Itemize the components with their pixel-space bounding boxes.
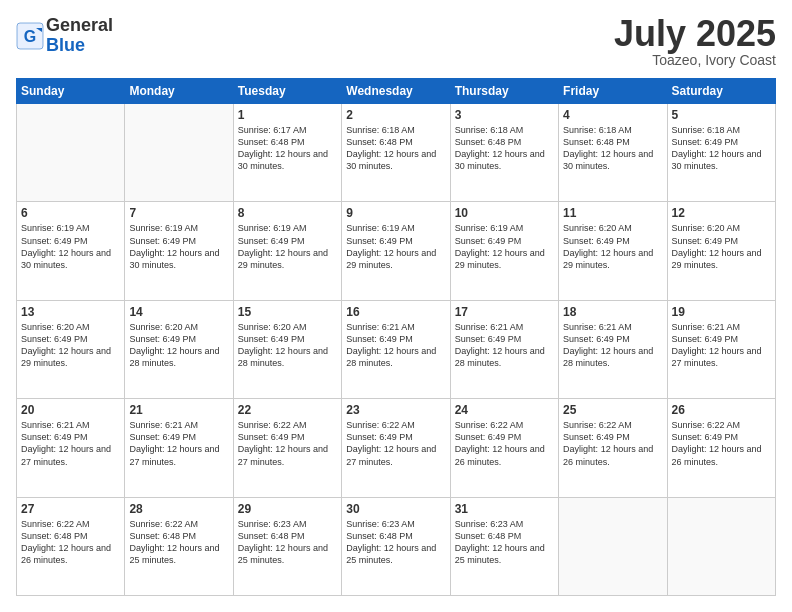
day-info: Sunrise: 6:21 AM Sunset: 6:49 PM Dayligh… bbox=[455, 321, 554, 370]
weekday-header-saturday: Saturday bbox=[667, 79, 775, 104]
weekday-header-tuesday: Tuesday bbox=[233, 79, 341, 104]
calendar-cell: 4Sunrise: 6:18 AM Sunset: 6:48 PM Daylig… bbox=[559, 104, 667, 202]
day-info: Sunrise: 6:19 AM Sunset: 6:49 PM Dayligh… bbox=[129, 222, 228, 271]
day-number: 1 bbox=[238, 108, 337, 122]
calendar-cell: 6Sunrise: 6:19 AM Sunset: 6:49 PM Daylig… bbox=[17, 202, 125, 300]
calendar-cell: 22Sunrise: 6:22 AM Sunset: 6:49 PM Dayli… bbox=[233, 399, 341, 497]
day-info: Sunrise: 6:20 AM Sunset: 6:49 PM Dayligh… bbox=[238, 321, 337, 370]
day-number: 3 bbox=[455, 108, 554, 122]
calendar-cell bbox=[667, 497, 775, 595]
day-info: Sunrise: 6:20 AM Sunset: 6:49 PM Dayligh… bbox=[672, 222, 771, 271]
day-info: Sunrise: 6:21 AM Sunset: 6:49 PM Dayligh… bbox=[21, 419, 120, 468]
day-info: Sunrise: 6:19 AM Sunset: 6:49 PM Dayligh… bbox=[21, 222, 120, 271]
day-number: 10 bbox=[455, 206, 554, 220]
day-number: 28 bbox=[129, 502, 228, 516]
calendar-cell: 24Sunrise: 6:22 AM Sunset: 6:49 PM Dayli… bbox=[450, 399, 558, 497]
day-info: Sunrise: 6:22 AM Sunset: 6:49 PM Dayligh… bbox=[346, 419, 445, 468]
weekday-header-friday: Friday bbox=[559, 79, 667, 104]
calendar-cell: 8Sunrise: 6:19 AM Sunset: 6:49 PM Daylig… bbox=[233, 202, 341, 300]
calendar-cell: 31Sunrise: 6:23 AM Sunset: 6:48 PM Dayli… bbox=[450, 497, 558, 595]
day-number: 7 bbox=[129, 206, 228, 220]
day-info: Sunrise: 6:21 AM Sunset: 6:49 PM Dayligh… bbox=[129, 419, 228, 468]
day-number: 13 bbox=[21, 305, 120, 319]
weekday-header-row: SundayMondayTuesdayWednesdayThursdayFrid… bbox=[17, 79, 776, 104]
calendar-cell: 11Sunrise: 6:20 AM Sunset: 6:49 PM Dayli… bbox=[559, 202, 667, 300]
calendar-cell: 15Sunrise: 6:20 AM Sunset: 6:49 PM Dayli… bbox=[233, 300, 341, 398]
calendar-cell: 3Sunrise: 6:18 AM Sunset: 6:48 PM Daylig… bbox=[450, 104, 558, 202]
calendar-cell: 20Sunrise: 6:21 AM Sunset: 6:49 PM Dayli… bbox=[17, 399, 125, 497]
calendar-cell: 16Sunrise: 6:21 AM Sunset: 6:49 PM Dayli… bbox=[342, 300, 450, 398]
calendar-cell: 9Sunrise: 6:19 AM Sunset: 6:49 PM Daylig… bbox=[342, 202, 450, 300]
month-title: July 2025 bbox=[614, 16, 776, 52]
day-number: 22 bbox=[238, 403, 337, 417]
day-number: 2 bbox=[346, 108, 445, 122]
calendar-cell bbox=[559, 497, 667, 595]
day-number: 31 bbox=[455, 502, 554, 516]
day-number: 26 bbox=[672, 403, 771, 417]
calendar-table: SundayMondayTuesdayWednesdayThursdayFrid… bbox=[16, 78, 776, 596]
day-number: 17 bbox=[455, 305, 554, 319]
calendar-cell: 27Sunrise: 6:22 AM Sunset: 6:48 PM Dayli… bbox=[17, 497, 125, 595]
day-info: Sunrise: 6:20 AM Sunset: 6:49 PM Dayligh… bbox=[563, 222, 662, 271]
day-info: Sunrise: 6:21 AM Sunset: 6:49 PM Dayligh… bbox=[672, 321, 771, 370]
calendar-cell: 17Sunrise: 6:21 AM Sunset: 6:49 PM Dayli… bbox=[450, 300, 558, 398]
calendar-cell: 23Sunrise: 6:22 AM Sunset: 6:49 PM Dayli… bbox=[342, 399, 450, 497]
calendar-cell: 18Sunrise: 6:21 AM Sunset: 6:49 PM Dayli… bbox=[559, 300, 667, 398]
day-number: 12 bbox=[672, 206, 771, 220]
weekday-header-monday: Monday bbox=[125, 79, 233, 104]
logo-text: General Blue bbox=[46, 16, 113, 56]
day-info: Sunrise: 6:22 AM Sunset: 6:48 PM Dayligh… bbox=[21, 518, 120, 567]
logo-blue: Blue bbox=[46, 35, 85, 55]
calendar-cell: 2Sunrise: 6:18 AM Sunset: 6:48 PM Daylig… bbox=[342, 104, 450, 202]
day-number: 9 bbox=[346, 206, 445, 220]
calendar-cell: 5Sunrise: 6:18 AM Sunset: 6:49 PM Daylig… bbox=[667, 104, 775, 202]
day-number: 5 bbox=[672, 108, 771, 122]
day-number: 23 bbox=[346, 403, 445, 417]
calendar-cell: 30Sunrise: 6:23 AM Sunset: 6:48 PM Dayli… bbox=[342, 497, 450, 595]
logo: G General Blue bbox=[16, 16, 113, 56]
day-number: 11 bbox=[563, 206, 662, 220]
day-number: 16 bbox=[346, 305, 445, 319]
header: G General Blue July 2025 Toazeo, Ivory C… bbox=[16, 16, 776, 68]
subtitle: Toazeo, Ivory Coast bbox=[614, 52, 776, 68]
calendar-cell: 29Sunrise: 6:23 AM Sunset: 6:48 PM Dayli… bbox=[233, 497, 341, 595]
week-row-3: 13Sunrise: 6:20 AM Sunset: 6:49 PM Dayli… bbox=[17, 300, 776, 398]
day-info: Sunrise: 6:20 AM Sunset: 6:49 PM Dayligh… bbox=[21, 321, 120, 370]
calendar-cell: 25Sunrise: 6:22 AM Sunset: 6:49 PM Dayli… bbox=[559, 399, 667, 497]
day-info: Sunrise: 6:17 AM Sunset: 6:48 PM Dayligh… bbox=[238, 124, 337, 173]
day-info: Sunrise: 6:19 AM Sunset: 6:49 PM Dayligh… bbox=[346, 222, 445, 271]
day-number: 14 bbox=[129, 305, 228, 319]
day-info: Sunrise: 6:23 AM Sunset: 6:48 PM Dayligh… bbox=[238, 518, 337, 567]
day-info: Sunrise: 6:18 AM Sunset: 6:48 PM Dayligh… bbox=[563, 124, 662, 173]
day-info: Sunrise: 6:19 AM Sunset: 6:49 PM Dayligh… bbox=[238, 222, 337, 271]
day-info: Sunrise: 6:20 AM Sunset: 6:49 PM Dayligh… bbox=[129, 321, 228, 370]
day-number: 18 bbox=[563, 305, 662, 319]
calendar-cell bbox=[17, 104, 125, 202]
calendar-cell: 1Sunrise: 6:17 AM Sunset: 6:48 PM Daylig… bbox=[233, 104, 341, 202]
day-info: Sunrise: 6:18 AM Sunset: 6:48 PM Dayligh… bbox=[455, 124, 554, 173]
day-number: 21 bbox=[129, 403, 228, 417]
weekday-header-thursday: Thursday bbox=[450, 79, 558, 104]
day-number: 27 bbox=[21, 502, 120, 516]
svg-text:G: G bbox=[24, 28, 36, 45]
day-info: Sunrise: 6:18 AM Sunset: 6:49 PM Dayligh… bbox=[672, 124, 771, 173]
calendar-cell: 14Sunrise: 6:20 AM Sunset: 6:49 PM Dayli… bbox=[125, 300, 233, 398]
day-info: Sunrise: 6:23 AM Sunset: 6:48 PM Dayligh… bbox=[346, 518, 445, 567]
calendar-cell: 21Sunrise: 6:21 AM Sunset: 6:49 PM Dayli… bbox=[125, 399, 233, 497]
day-info: Sunrise: 6:23 AM Sunset: 6:48 PM Dayligh… bbox=[455, 518, 554, 567]
week-row-5: 27Sunrise: 6:22 AM Sunset: 6:48 PM Dayli… bbox=[17, 497, 776, 595]
logo-icon: G bbox=[16, 22, 44, 50]
calendar-cell: 19Sunrise: 6:21 AM Sunset: 6:49 PM Dayli… bbox=[667, 300, 775, 398]
day-number: 29 bbox=[238, 502, 337, 516]
day-number: 19 bbox=[672, 305, 771, 319]
day-number: 25 bbox=[563, 403, 662, 417]
calendar-cell: 12Sunrise: 6:20 AM Sunset: 6:49 PM Dayli… bbox=[667, 202, 775, 300]
weekday-header-sunday: Sunday bbox=[17, 79, 125, 104]
day-number: 20 bbox=[21, 403, 120, 417]
week-row-1: 1Sunrise: 6:17 AM Sunset: 6:48 PM Daylig… bbox=[17, 104, 776, 202]
day-number: 8 bbox=[238, 206, 337, 220]
page: G General Blue July 2025 Toazeo, Ivory C… bbox=[0, 0, 792, 612]
day-info: Sunrise: 6:22 AM Sunset: 6:49 PM Dayligh… bbox=[672, 419, 771, 468]
day-number: 30 bbox=[346, 502, 445, 516]
calendar-cell: 7Sunrise: 6:19 AM Sunset: 6:49 PM Daylig… bbox=[125, 202, 233, 300]
